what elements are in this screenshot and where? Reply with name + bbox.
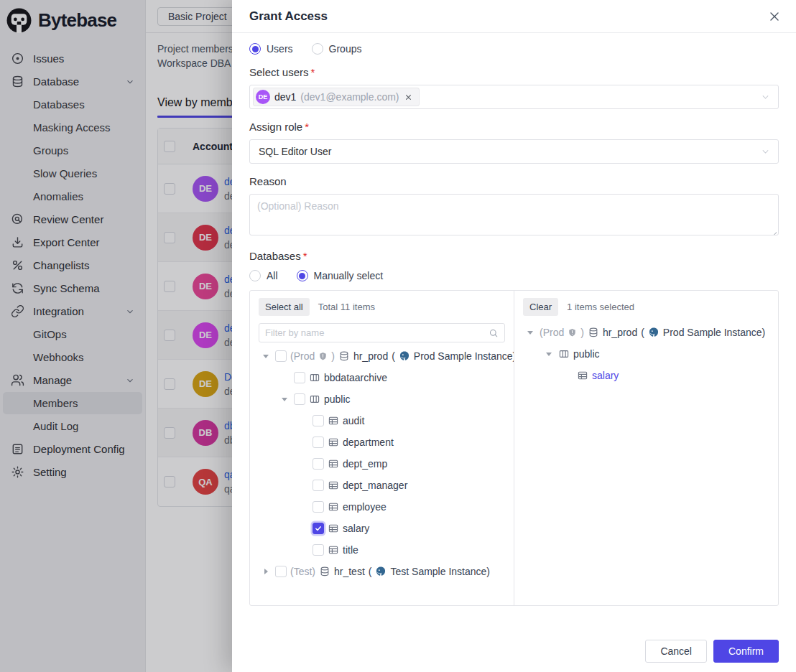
filter-input-wrap	[259, 323, 505, 342]
checkbox[interactable]	[294, 393, 305, 405]
caret-spacer	[297, 523, 309, 534]
databases-label: Databases*	[249, 250, 779, 262]
role-selected-value: SQL Editor User	[253, 146, 331, 157]
tree-node-audit[interactable]: audit	[259, 410, 505, 431]
checkbox[interactable]	[313, 458, 324, 470]
radio-all-label: All	[267, 270, 278, 281]
table-icon	[328, 458, 339, 470]
source-tree: (Prod ) hr_prod ( Prod Sample Instance)	[259, 345, 505, 582]
table-name: department	[343, 437, 394, 448]
shield-icon	[568, 328, 577, 337]
checkbox[interactable]	[313, 415, 324, 426]
radio-manual-label: Manually select	[314, 270, 384, 281]
selected-node-public[interactable]: public	[523, 343, 769, 365]
select-users-label: Select users*	[249, 66, 779, 78]
radio-groups[interactable]: Groups	[312, 43, 362, 55]
caret-spacer	[297, 501, 309, 513]
assign-role-select[interactable]: SQL Editor User	[249, 139, 779, 164]
caret-down-icon[interactable]	[260, 350, 272, 362]
radio-unselected-icon	[312, 43, 323, 55]
tree-node-dept-manager[interactable]: dept_manager	[259, 475, 505, 496]
tag-user-name: dev1	[274, 91, 296, 103]
table-icon	[328, 501, 339, 513]
selected-tree: (Prod ) hr_prod ( Prod Sample Instance)	[523, 322, 769, 386]
selected-node-salary[interactable]: salary	[523, 365, 769, 386]
tree-node-hr-prod[interactable]: (Prod ) hr_prod ( Prod Sample Instance)	[259, 345, 505, 367]
select-users-input[interactable]: DE dev1 (dev1@example.com)	[249, 85, 779, 109]
avatar: DE	[256, 90, 270, 104]
radio-unselected-icon	[249, 270, 261, 281]
total-items-label: Total 11 items	[318, 302, 375, 312]
radio-users-label: Users	[267, 43, 293, 55]
tree-node-public[interactable]: public	[259, 388, 505, 410]
env-label: (Test)	[290, 566, 315, 577]
filter-input[interactable]	[265, 327, 489, 338]
clear-button[interactable]: Clear	[523, 298, 558, 316]
member-type-radio-group: Users Groups	[249, 43, 779, 55]
instance-name: Test Sample Instance)	[390, 566, 490, 577]
tree-node-employee[interactable]: employee	[259, 496, 505, 518]
postgres-icon	[375, 566, 387, 577]
env-label: (Prod	[540, 327, 564, 338]
table-icon	[328, 544, 339, 556]
caret-right-icon[interactable]	[260, 566, 272, 577]
checkbox[interactable]	[275, 350, 287, 362]
checkbox[interactable]	[313, 544, 324, 556]
caret-spacer	[562, 370, 573, 381]
schema-name: bbdataarchive	[324, 372, 387, 383]
schema-icon	[309, 393, 320, 405]
paren: (	[641, 327, 644, 338]
caret-spacer	[297, 437, 309, 448]
close-icon[interactable]	[767, 9, 782, 24]
table-name: title	[343, 544, 358, 556]
radio-manually-select[interactable]: Manually select	[297, 270, 384, 281]
checkbox[interactable]	[313, 501, 324, 513]
caret-down-icon[interactable]	[543, 348, 555, 360]
reason-textarea[interactable]	[249, 194, 779, 235]
selected-node-hr-prod[interactable]: (Prod ) hr_prod ( Prod Sample Instance)	[523, 322, 769, 343]
postgres-icon	[399, 350, 410, 362]
tree-node-department[interactable]: department	[259, 431, 505, 453]
picker-source-pane: Select all Total 11 items (Prod	[250, 291, 514, 605]
tree-node-dept-emp[interactable]: dept_emp	[259, 453, 505, 475]
caret-down-icon[interactable]	[279, 393, 290, 405]
caret-spacer	[297, 458, 309, 470]
picker-selected-pane: Clear 1 items selected (Prod ) hr_prod (	[514, 291, 778, 605]
checkbox[interactable]	[313, 480, 324, 491]
database-name: hr_prod	[353, 350, 388, 362]
schema-name: public	[324, 393, 351, 405]
paren: (	[392, 350, 395, 362]
postgres-icon	[648, 327, 660, 338]
required-mark: *	[305, 121, 309, 133]
caret-down-icon[interactable]	[524, 327, 536, 338]
radio-selected-icon	[249, 43, 261, 55]
instance-name: Prod Sample Instance)	[414, 350, 514, 362]
radio-users[interactable]: Users	[249, 43, 293, 55]
tree-node-title[interactable]: title	[259, 539, 505, 561]
radio-all-databases[interactable]: All	[249, 270, 278, 281]
assign-role-label: Assign role*	[249, 121, 779, 133]
checkbox[interactable]	[313, 437, 324, 448]
chevron-down-icon[interactable]	[760, 92, 771, 103]
tag-user-email: (dev1@example.com)	[300, 91, 399, 103]
remove-tag-icon[interactable]	[404, 93, 413, 102]
select-all-button[interactable]: Select all	[259, 298, 310, 316]
schema-icon	[558, 348, 570, 360]
confirm-button[interactable]: Confirm	[713, 640, 779, 663]
checkbox-checked[interactable]	[313, 523, 324, 534]
caret-spacer	[279, 372, 290, 383]
db-cylinder-icon	[588, 327, 599, 338]
table-icon	[328, 437, 339, 448]
tree-node-bbdataarchive[interactable]: bbdataarchive	[259, 367, 505, 388]
checkbox[interactable]	[294, 372, 305, 383]
tree-node-salary[interactable]: salary	[259, 518, 505, 539]
chevron-down-icon[interactable]	[760, 146, 771, 157]
instance-name: Prod Sample Instance)	[663, 327, 765, 338]
checkbox[interactable]	[275, 566, 287, 577]
shield-icon	[318, 352, 328, 361]
tree-node-hr-test[interactable]: (Test) hr_test ( Test Sample Instance)	[259, 561, 505, 582]
cancel-button[interactable]: Cancel	[645, 640, 707, 663]
schema-icon	[309, 372, 320, 383]
radio-groups-label: Groups	[329, 43, 362, 55]
required-mark: *	[303, 250, 307, 262]
